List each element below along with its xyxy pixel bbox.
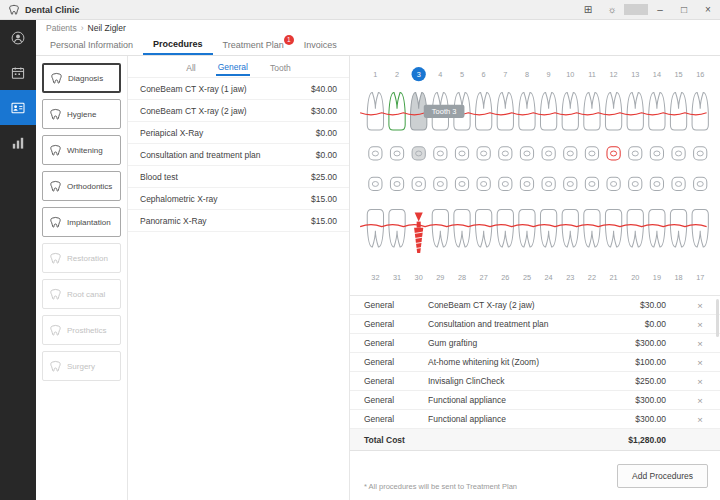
lower-tooth[interactable] [432,209,448,247]
tooth-number-bottom[interactable]: 17 [696,273,704,282]
occlusal-tooth[interactable] [455,177,468,190]
tooth-number-top[interactable]: 16 [696,70,704,79]
tooth-number-bottom[interactable]: 28 [458,273,466,282]
lower-tooth[interactable] [562,209,578,247]
tooth-number-top[interactable]: 14 [653,70,661,79]
occlusal-tooth[interactable] [542,177,555,190]
upper-tooth[interactable] [367,92,383,130]
tooth-number-top[interactable]: 1 [373,70,377,79]
remove-procedure-icon[interactable]: × [680,357,720,368]
tooth-number-bottom[interactable]: 24 [545,273,553,282]
tooth-number-bottom[interactable]: 23 [566,273,574,282]
procedure-row[interactable]: ConeBeam CT X-ray (2 jaw)$30.00 [128,100,349,122]
minimize-button[interactable]: – [648,0,672,19]
lower-tooth[interactable] [605,209,621,247]
remove-procedure-icon[interactable]: × [680,338,720,349]
upper-tooth[interactable] [584,92,600,130]
procedure-row[interactable]: Cephalometric X-ray$15.00 [128,188,349,210]
apps-grid-button[interactable]: ⊞ [576,0,600,19]
occlusal-tooth[interactable] [672,147,685,160]
lower-tooth[interactable] [519,209,535,247]
rail-stats-icon[interactable] [0,125,36,160]
occlusal-tooth[interactable] [650,177,663,190]
procedure-row[interactable]: Consultation and treatment plan$0.00 [128,144,349,166]
occlusal-tooth[interactable] [390,177,403,190]
occlusal-tooth[interactable] [412,177,425,190]
tab-treatment-plan[interactable]: Treatment Plan1 [213,35,294,55]
occlusal-tooth[interactable] [672,177,685,190]
occlusal-tooth[interactable] [629,177,642,190]
occlusal-tooth[interactable] [499,177,512,190]
upper-tooth[interactable] [519,92,535,130]
remove-procedure-icon[interactable]: × [680,414,720,425]
upper-tooth[interactable] [627,92,643,130]
occlusal-tooth[interactable] [434,177,447,190]
tooth-number-top[interactable]: 4 [438,70,442,79]
tab-personal-information[interactable]: Personal Information [40,35,143,55]
lower-tooth[interactable] [627,209,643,247]
tooth-number-top[interactable]: 6 [482,70,486,79]
category-whitening[interactable]: Whitening [42,135,121,165]
upper-tooth[interactable] [497,92,513,130]
remove-procedure-icon[interactable]: × [680,319,720,330]
tooth-number-top[interactable]: 7 [503,70,507,79]
remove-procedure-icon[interactable]: × [680,395,720,406]
tooth-number-top[interactable]: 3 [417,70,421,79]
occlusal-tooth[interactable] [412,147,425,160]
occlusal-tooth[interactable] [520,177,533,190]
occlusal-tooth[interactable] [455,147,468,160]
tooth-number-top[interactable]: 5 [460,70,464,79]
implant-icon[interactable] [414,228,423,253]
occlusal-tooth[interactable] [585,147,598,160]
category-orthodontics[interactable]: Orthodontics [42,171,121,201]
tooth-number-top[interactable]: 8 [525,70,529,79]
occlusal-tooth[interactable] [477,177,490,190]
tooth-number-bottom[interactable]: 31 [393,273,401,282]
tooth-number-bottom[interactable]: 18 [674,273,682,282]
lower-tooth[interactable] [454,209,470,247]
upper-tooth[interactable] [649,92,665,130]
upper-tooth[interactable] [562,92,578,130]
occlusal-tooth[interactable] [694,147,707,160]
tab-procedures[interactable]: Procedures [143,35,213,55]
occlusal-tooth[interactable] [477,147,490,160]
upper-tooth[interactable] [476,92,492,130]
rail-calendar-icon[interactable] [0,55,36,90]
lower-tooth[interactable] [476,209,492,247]
lower-tooth[interactable] [389,209,405,247]
occlusal-tooth[interactable] [629,147,642,160]
lower-tooth[interactable] [367,209,383,247]
upper-tooth[interactable] [692,92,708,130]
tooth-number-bottom[interactable]: 29 [436,273,444,282]
occlusal-tooth[interactable] [390,147,403,160]
upper-tooth[interactable] [670,92,686,130]
tooth-number-bottom[interactable]: 26 [501,273,509,282]
subtab-general[interactable]: General [216,57,250,76]
occlusal-tooth[interactable] [499,147,512,160]
rail-patient-card-icon[interactable] [0,90,36,125]
procedure-row[interactable]: Periapical X-Ray$0.00 [128,122,349,144]
tooth-number-bottom[interactable]: 27 [480,273,488,282]
occlusal-tooth[interactable] [564,147,577,160]
lower-tooth[interactable] [540,209,556,247]
tooth-number-top[interactable]: 10 [566,70,574,79]
upper-tooth[interactable] [389,92,405,130]
lower-tooth[interactable] [692,209,708,247]
table-scrollbar[interactable] [716,299,719,337]
tooth-number-bottom[interactable]: 21 [610,273,618,282]
occlusal-tooth[interactable] [369,177,382,190]
lower-tooth[interactable] [649,209,665,247]
procedure-row[interactable]: Panoramic X-Ray$15.00 [128,210,349,232]
category-diagnosis[interactable]: Diagnosis [42,63,121,93]
tooth-number-bottom[interactable]: 20 [631,273,639,282]
occlusal-tooth[interactable] [694,177,707,190]
tooth-number-bottom[interactable]: 32 [371,273,379,282]
remove-procedure-icon[interactable]: × [680,300,720,311]
upper-tooth[interactable] [605,92,621,130]
tooth-number-bottom[interactable]: 25 [523,273,531,282]
procedure-row[interactable]: ConeBeam CT X-ray (1 jaw)$40.00 [128,78,349,100]
maximize-button[interactable]: □ [672,0,696,19]
tooth-number-bottom[interactable]: 30 [415,273,423,282]
occlusal-tooth[interactable] [369,147,382,160]
category-hygiene[interactable]: Hygiene [42,99,121,129]
